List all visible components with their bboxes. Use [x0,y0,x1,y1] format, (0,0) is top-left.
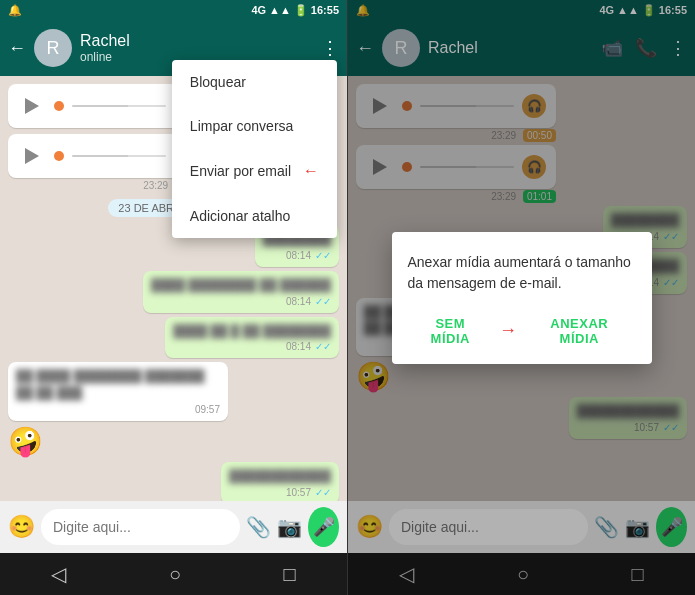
email-arrow-icon: ← [303,162,319,180]
battery-icon-right: 🔋 [642,4,656,17]
nav-bar-left: ◁ ○ □ [0,553,347,595]
menu-item-email[interactable]: Enviar por email ← [172,148,337,194]
back-button-left[interactable]: ← [8,38,26,59]
header-icons-left: ⋮ [321,37,339,59]
alarm-icon-right: 🔔 [356,4,370,17]
audio-dot-1 [54,101,64,111]
dialog-action-arrow: → [499,320,517,341]
msg-time-right-4: 10:57 [634,422,659,433]
voice-call-icon[interactable]: 📞 [635,37,657,59]
nav-home-right[interactable]: ○ [517,563,529,586]
audio-bubble-right-1: 🎧 [356,84,556,128]
mic-button-right[interactable]: 🎤 [656,507,687,547]
left-phone-panel: 🔔 4G ▲▲ 🔋 16:55 ← R Rachel online ⋮ [0,0,347,595]
msg-meta-right-4: 10:57 ✓✓ [577,422,679,433]
status-icons-right: 🔔 [356,4,370,17]
status-time-text: 16:55 [311,4,339,16]
msg-meta-2: 08:14 ✓✓ [151,296,331,307]
nav-back-left[interactable]: ◁ [51,562,66,586]
audio-duration-right-2: 01:01 [523,190,556,203]
check-mark-right-1: ✓✓ [663,231,679,242]
emoji-button-left[interactable]: 😊 [8,514,35,540]
status-time-text-right: 16:55 [659,4,687,16]
status-bar-right: 🔔 4G ▲▲ 🔋 16:55 [348,0,695,20]
msg-text-2: ████ ████████ ██ ██████ [151,277,331,294]
message-sent-2: ████ ████████ ██ ██████ 08:14 ✓✓ [143,271,339,313]
check-mark-right-4: ✓✓ [663,422,679,433]
camera-button-right[interactable]: 📷 [625,515,650,539]
emoji-message-1: 🤪 [8,425,43,458]
menu-item-limpar[interactable]: Limpar conversa [172,104,337,148]
status-time-right: 4G ▲▲ 🔋 16:55 [599,4,687,17]
input-bar-left: 😊 📎 📷 🎤 [0,501,347,553]
menu-item-bloquear[interactable]: Bloquear [172,60,337,104]
input-bar-right: 😊 📎 📷 🎤 [348,501,695,553]
check-mark-right-2: ✓✓ [663,277,679,288]
msg-meta-4: 09:57 [16,404,220,415]
msg-time-4: 09:57 [195,404,220,415]
more-options-icon-right[interactable]: ⋮ [669,37,687,59]
msg-text-4: ██ ████ ████████ ███████ ██ ██ ███ [16,368,220,402]
menu-item-atalho[interactable]: Adicionar atalho [172,194,337,238]
menu-label-email: Enviar por email [190,163,291,179]
msg-time-1: 08:14 [286,250,311,261]
message-sent-4: ████████████ 10:57 ✓✓ [221,462,339,501]
msg-text-3: ████ ██ █ ██ ████████ [173,323,331,340]
audio-line-right-1 [420,105,514,107]
dropdown-menu: Bloquear Limpar conversa Enviar por emai… [172,60,337,238]
avatar-left: R [34,29,72,67]
msg-meta-5: 10:57 ✓✓ [229,487,331,498]
emoji-button-right[interactable]: 😊 [356,514,383,540]
contact-name-right: Rachel [428,39,593,57]
back-button-right[interactable]: ← [356,38,374,59]
alarm-icon: 🔔 [8,4,22,17]
status-bar-left: 🔔 4G ▲▲ 🔋 16:55 [0,0,347,20]
attach-button-left[interactable]: 📎 [246,515,271,539]
dialog-actions: SEM MÍDIA → ANEXAR MÍDIA [408,310,636,352]
camera-button-left[interactable]: 📷 [277,515,302,539]
battery-icon: 🔋 [294,4,308,17]
video-call-icon[interactable]: 📹 [601,37,623,59]
emoji-message-right-1: 🤪 [356,360,391,393]
nav-recent-right[interactable]: □ [632,563,644,586]
msg-time-5: 10:57 [286,487,311,498]
attach-button-right[interactable]: 📎 [594,515,619,539]
play-button-1[interactable] [18,92,46,120]
play-button-right-1[interactable] [366,92,394,120]
audio-bubble-right-2: 🎧 [356,145,556,189]
audio-time-right-1: 23:29 00:50 [356,130,556,141]
audio-time-text-right-2: 23:29 [491,191,516,202]
audio-message-right-1: 🎧 23:29 00:50 [356,84,556,141]
msg-text-right-1: ████████ [611,212,679,229]
msg-meta-3: 08:14 ✓✓ [173,341,331,352]
message-input-right[interactable] [389,509,588,545]
play-button-right-2[interactable] [366,153,394,181]
play-triangle-right-1 [373,98,387,114]
check-mark-1: ✓✓ [315,250,331,261]
check-mark-5: ✓✓ [315,487,331,498]
more-options-icon[interactable]: ⋮ [321,37,339,59]
right-phone-panel: 🔔 4G ▲▲ 🔋 16:55 ← R Rachel 📹 📞 ⋮ [348,0,695,595]
mic-button-left[interactable]: 🎤 [308,507,339,547]
email-dialog: Anexar mídia aumentará o tamanho da mens… [392,232,652,364]
play-triangle-2 [25,148,39,164]
dialog-message: Anexar mídia aumentará o tamanho da mens… [408,252,636,294]
message-input-left[interactable] [41,509,240,545]
wifi-icon: ▲▲ [269,4,291,16]
audio-headphone-icon-right-2: 🎧 [522,155,546,179]
nav-back-right[interactable]: ◁ [399,562,414,586]
play-button-2[interactable] [18,142,46,170]
wifi-icon-right: ▲▲ [617,4,639,16]
nav-bar-right: ◁ ○ □ [348,553,695,595]
nav-home-left[interactable]: ○ [169,563,181,586]
header-icons-right: 📹 📞 ⋮ [601,37,687,59]
anexar-midia-button[interactable]: ANEXAR MÍDIA [523,310,635,352]
message-received-1: ██ ████ ████████ ███████ ██ ██ ███ 09:57 [8,362,228,421]
nav-recent-left[interactable]: □ [284,563,296,586]
contact-name-left: Rachel [80,32,313,50]
msg-text-right-4: ████████████ [577,403,679,420]
sem-midia-button[interactable]: SEM MÍDIA [408,310,494,352]
play-triangle-right-2 [373,159,387,175]
check-mark-2: ✓✓ [315,296,331,307]
audio-dot-right-1 [402,101,412,111]
